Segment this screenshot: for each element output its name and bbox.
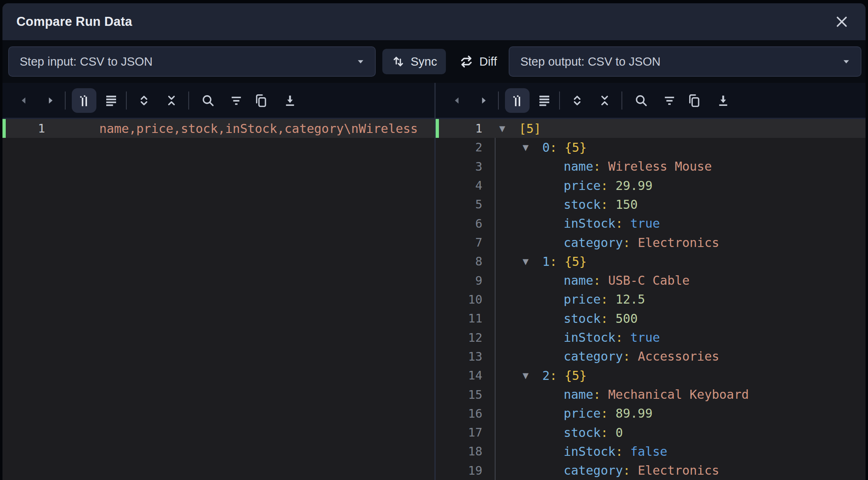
- diff-added-bar: [2, 119, 6, 138]
- json-colon: :: [615, 444, 630, 459]
- json-node: name: Mechanical Keyboard: [482, 387, 749, 402]
- json-colon: :: [601, 178, 615, 193]
- collapse-caret-icon[interactable]: ▼: [523, 371, 542, 380]
- left-toolbar: [2, 83, 434, 119]
- copy-icon: [253, 93, 269, 108]
- json-colon: :: [623, 463, 638, 478]
- text-view-button[interactable]: [537, 94, 551, 107]
- filter-button[interactable]: [662, 94, 676, 107]
- tree-view-button[interactable]: [72, 88, 96, 113]
- json-node: ▼0: {5}: [482, 140, 587, 155]
- json-node: name: USB-C Cable: [482, 273, 690, 288]
- json-value-boolean: true: [630, 330, 660, 345]
- json-colon: :: [615, 330, 630, 345]
- download-button[interactable]: [283, 94, 297, 107]
- collapse-caret-icon[interactable]: ▼: [523, 143, 542, 152]
- json-value-number: 29.99: [615, 178, 652, 193]
- csv-input-editor[interactable]: 1name,price,stock,inStock,category\nWire…: [2, 119, 434, 480]
- json-colon: :: [593, 273, 608, 288]
- json-key: name: [564, 387, 593, 402]
- close-button[interactable]: [832, 12, 852, 32]
- json-line: 5stock: 150: [436, 195, 866, 214]
- left-pane: 1name,price,stock,inStock,category\nWire…: [2, 83, 434, 480]
- json-colon: :: [550, 254, 564, 269]
- line-number: 2: [436, 140, 482, 154]
- line-number: 14: [436, 368, 482, 382]
- copy-button[interactable]: [687, 94, 701, 107]
- json-line: 13category: Accessories: [436, 347, 866, 366]
- json-colon: :: [550, 368, 564, 383]
- collapse-all-icon: [598, 94, 612, 107]
- line-number: 1: [436, 121, 482, 135]
- back-button[interactable]: [450, 94, 464, 107]
- line-number: 18: [436, 444, 482, 458]
- download-button[interactable]: [716, 94, 730, 107]
- back-icon: [451, 94, 463, 107]
- json-colon: :: [623, 349, 638, 363]
- json-colon: :: [593, 387, 608, 402]
- json-line: 12inStock: true: [436, 328, 866, 347]
- json-output-editor[interactable]: 1▼[5]2▼0: {5}3name: Wireless Mouse4price…: [436, 119, 866, 480]
- text-view-icon: [537, 93, 552, 108]
- search-button[interactable]: [634, 94, 648, 107]
- json-line: 15name: Mechanical Keyboard: [436, 385, 866, 404]
- sync-icon: [391, 55, 405, 69]
- json-node: category: Electronics: [482, 235, 719, 250]
- search-button[interactable]: [201, 94, 215, 107]
- left-data-selector[interactable]: Step input: CSV to JSON: [8, 46, 376, 77]
- json-colon: :: [601, 197, 615, 212]
- json-value-boolean: false: [630, 444, 667, 459]
- line-number: 4: [436, 178, 482, 192]
- json-key: name: [564, 273, 593, 288]
- filter-icon: [662, 93, 677, 108]
- json-value-number: 0: [615, 425, 623, 440]
- toolbar-separator: [65, 91, 66, 110]
- json-node: ▼1: {5}: [482, 254, 587, 269]
- json-key: stock: [564, 425, 601, 440]
- json-node: inStock: false: [482, 444, 667, 459]
- download-icon: [716, 93, 731, 108]
- right-toolbar: [436, 83, 866, 119]
- line-number: 1: [2, 121, 45, 135]
- json-line: 7category: Electronics: [436, 233, 866, 252]
- toolbar-separator: [188, 91, 189, 110]
- expand-all-button[interactable]: [137, 94, 151, 107]
- json-node: stock: 500: [482, 311, 638, 326]
- line-number: 15: [436, 388, 482, 402]
- collapse-all-button[interactable]: [164, 94, 178, 107]
- json-value-string: Accessories: [638, 349, 720, 363]
- expand-all-button[interactable]: [570, 94, 584, 107]
- json-value-string: Electronics: [638, 463, 720, 478]
- diff-button[interactable]: Diff: [453, 49, 503, 74]
- json-key: 0: [542, 140, 550, 155]
- compare-run-data-modal: Compare Run Data Step input: CSV to JSON…: [2, 3, 866, 480]
- line-number: 10: [436, 293, 482, 306]
- forward-button[interactable]: [477, 94, 491, 107]
- copy-button[interactable]: [254, 94, 268, 107]
- json-value-number: 150: [615, 197, 637, 212]
- tree-view-button[interactable]: [505, 88, 530, 113]
- forward-icon: [477, 94, 490, 107]
- back-button[interactable]: [17, 94, 31, 107]
- right-data-selector[interactable]: Step output: CSV to JSON: [509, 46, 861, 77]
- collapse-all-button[interactable]: [598, 94, 612, 107]
- right-selector-value: Step output: CSV to JSON: [520, 55, 660, 69]
- json-node: price: 89.99: [482, 406, 653, 421]
- line-number: 9: [436, 274, 482, 288]
- json-line: 4price: 29.99: [436, 176, 866, 195]
- collapse-caret-icon[interactable]: ▼: [523, 257, 542, 266]
- json-node: ▼2: {5}: [482, 368, 587, 383]
- json-colon: :: [601, 425, 615, 440]
- forward-button[interactable]: [43, 94, 57, 107]
- diff-label: Diff: [479, 55, 497, 69]
- json-node: category: Accessories: [482, 349, 719, 363]
- controls-row: Step input: CSV to JSON Sync Diff Step o…: [2, 40, 866, 83]
- line-number: 19: [436, 464, 482, 478]
- sync-button[interactable]: Sync: [382, 49, 446, 74]
- json-key: stock: [564, 197, 601, 212]
- line-number: 17: [436, 425, 482, 439]
- text-view-button[interactable]: [104, 94, 118, 107]
- toolbar-separator: [559, 91, 560, 110]
- filter-button[interactable]: [229, 94, 243, 107]
- collapse-caret-icon[interactable]: ▼: [499, 124, 519, 133]
